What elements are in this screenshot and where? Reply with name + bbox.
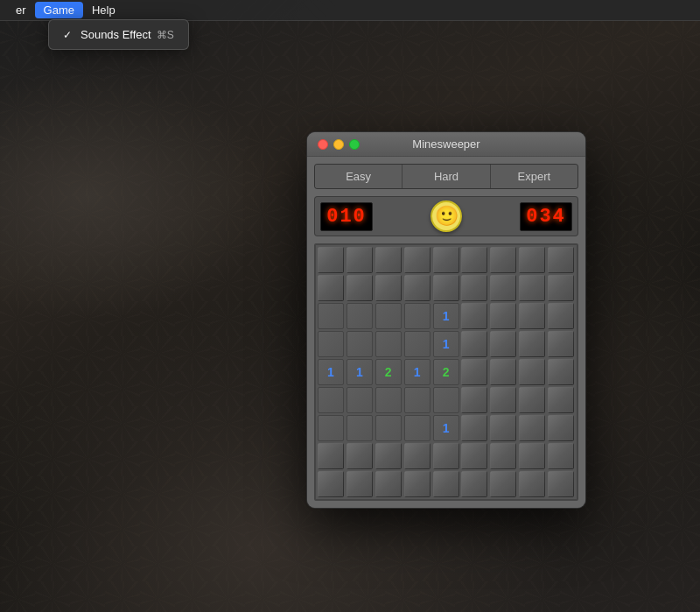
table-row[interactable] bbox=[461, 387, 487, 413]
table-row[interactable] bbox=[548, 247, 574, 273]
menu-item-help[interactable]: Help bbox=[83, 2, 124, 18]
table-row[interactable] bbox=[461, 471, 487, 497]
maximize-button[interactable] bbox=[349, 139, 360, 150]
table-row[interactable]: 1 bbox=[318, 359, 344, 385]
menu-item-game[interactable]: Game bbox=[35, 2, 83, 18]
table-row[interactable] bbox=[490, 359, 516, 385]
menu-item-er[interactable]: er bbox=[7, 2, 35, 18]
table-row[interactable] bbox=[548, 415, 574, 441]
shortcut-label: ⌘S bbox=[157, 29, 174, 41]
table-row[interactable] bbox=[318, 247, 344, 273]
table-row[interactable] bbox=[548, 275, 574, 301]
table-row[interactable] bbox=[346, 471, 373, 497]
table-row[interactable] bbox=[404, 303, 430, 329]
table-row[interactable] bbox=[318, 303, 344, 329]
table-row[interactable] bbox=[490, 471, 516, 497]
table-row[interactable] bbox=[490, 303, 516, 329]
table-row[interactable] bbox=[548, 471, 574, 497]
table-row[interactable] bbox=[548, 331, 574, 357]
table-row[interactable] bbox=[404, 443, 430, 469]
table-row[interactable] bbox=[375, 471, 402, 497]
table-row[interactable] bbox=[461, 303, 487, 329]
table-row[interactable] bbox=[318, 275, 344, 301]
table-row[interactable] bbox=[548, 359, 574, 385]
table-row[interactable] bbox=[519, 415, 545, 441]
table-row[interactable] bbox=[490, 443, 516, 469]
table-row[interactable] bbox=[318, 443, 344, 469]
table-row[interactable] bbox=[519, 275, 545, 301]
table-row[interactable] bbox=[346, 331, 373, 357]
table-row[interactable]: 2 bbox=[375, 359, 402, 385]
table-row[interactable] bbox=[519, 443, 545, 469]
minesweeper-window: Minesweeper Easy Hard Expert 010 🙂 034 1… bbox=[306, 131, 586, 509]
table-row[interactable]: 1 bbox=[404, 359, 430, 385]
table-row[interactable] bbox=[461, 359, 487, 385]
table-row[interactable] bbox=[490, 247, 516, 273]
table-row[interactable] bbox=[375, 331, 402, 357]
table-row[interactable] bbox=[404, 415, 430, 441]
table-row[interactable] bbox=[375, 303, 402, 329]
table-row[interactable] bbox=[346, 387, 373, 413]
table-row[interactable] bbox=[375, 443, 402, 469]
table-row[interactable]: 1 bbox=[433, 303, 459, 329]
table-row[interactable] bbox=[318, 331, 344, 357]
table-row[interactable] bbox=[346, 303, 373, 329]
tab-hard[interactable]: Hard bbox=[402, 165, 490, 188]
table-row[interactable]: 2 bbox=[433, 359, 459, 385]
table-row[interactable]: 1 bbox=[433, 415, 459, 441]
table-row[interactable] bbox=[519, 247, 545, 273]
table-row[interactable] bbox=[548, 387, 574, 413]
table-row[interactable] bbox=[433, 275, 459, 301]
minimize-button[interactable] bbox=[333, 139, 344, 150]
table-row[interactable] bbox=[461, 331, 487, 357]
table-row[interactable] bbox=[318, 387, 344, 413]
table-row[interactable] bbox=[519, 303, 545, 329]
tab-easy[interactable]: Easy bbox=[315, 165, 402, 188]
table-row[interactable] bbox=[404, 387, 430, 413]
table-row[interactable] bbox=[519, 331, 545, 357]
table-row[interactable] bbox=[404, 331, 430, 357]
table-row[interactable] bbox=[404, 247, 430, 273]
table-row[interactable] bbox=[346, 443, 373, 469]
table-row[interactable] bbox=[433, 387, 459, 413]
table-row[interactable]: 1 bbox=[346, 359, 373, 385]
table-row[interactable] bbox=[404, 471, 430, 497]
table-row[interactable] bbox=[548, 443, 574, 469]
grid-container: 11112121 bbox=[314, 243, 578, 501]
table-row[interactable] bbox=[375, 275, 402, 301]
table-row[interactable] bbox=[433, 443, 459, 469]
table-row[interactable] bbox=[461, 415, 487, 441]
table-row[interactable] bbox=[490, 387, 516, 413]
table-row[interactable] bbox=[433, 471, 459, 497]
stats-row: 010 🙂 034 bbox=[314, 196, 578, 236]
traffic-lights bbox=[318, 139, 360, 150]
table-row[interactable] bbox=[346, 415, 373, 441]
tab-expert[interactable]: Expert bbox=[491, 165, 578, 188]
table-row[interactable] bbox=[461, 275, 487, 301]
table-row[interactable] bbox=[404, 275, 430, 301]
table-row[interactable] bbox=[375, 247, 402, 273]
table-row[interactable] bbox=[433, 247, 459, 273]
game-grid: 11112121 bbox=[318, 247, 575, 497]
table-row[interactable] bbox=[519, 359, 545, 385]
table-row[interactable] bbox=[461, 247, 487, 273]
table-row[interactable] bbox=[461, 443, 487, 469]
sounds-effect-menu-item[interactable]: ✓ Sounds Effect ⌘S bbox=[49, 24, 188, 46]
table-row[interactable] bbox=[375, 415, 402, 441]
close-button[interactable] bbox=[318, 139, 328, 150]
table-row[interactable] bbox=[519, 471, 545, 497]
table-row[interactable] bbox=[548, 303, 574, 329]
table-row[interactable] bbox=[375, 387, 402, 413]
table-row[interactable] bbox=[346, 247, 373, 273]
smiley-button[interactable]: 🙂 bbox=[430, 200, 462, 232]
sounds-effect-label: Sounds Effect bbox=[80, 28, 151, 41]
table-row[interactable] bbox=[346, 275, 373, 301]
table-row[interactable] bbox=[519, 387, 545, 413]
table-row[interactable] bbox=[490, 275, 516, 301]
table-row[interactable] bbox=[318, 415, 344, 441]
table-row[interactable] bbox=[490, 415, 516, 441]
mine-counter: 010 bbox=[320, 202, 373, 231]
table-row[interactable]: 1 bbox=[433, 331, 459, 357]
table-row[interactable] bbox=[318, 471, 344, 497]
table-row[interactable] bbox=[490, 331, 516, 357]
